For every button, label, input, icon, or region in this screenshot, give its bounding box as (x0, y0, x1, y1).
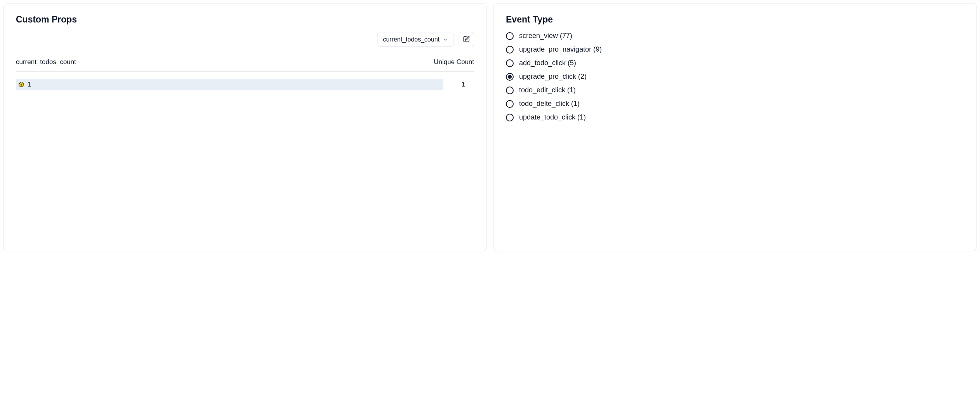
custom-props-title: Custom Props (16, 14, 474, 25)
edit-icon (463, 36, 470, 44)
radio-icon (506, 73, 514, 81)
event-type-panel: Event Type screen_view (77)upgrade_pro_n… (493, 3, 977, 251)
package-icon (18, 81, 24, 88)
event-type-option-label: todo_delte_click (1) (519, 100, 580, 108)
table-header-count: Unique Count (434, 58, 474, 66)
edit-button[interactable] (459, 32, 474, 47)
event-type-title: Event Type (506, 14, 964, 25)
bar-fill: 1 (16, 79, 443, 90)
radio-icon (506, 46, 514, 54)
event-type-option-add_todo_click[interactable]: add_todo_click (5) (506, 59, 964, 67)
event-type-option-todo_edit_click[interactable]: todo_edit_click (1) (506, 86, 964, 94)
event-type-option-upgrade_pro_click[interactable]: upgrade_pro_click (2) (506, 73, 964, 81)
event-type-option-label: upgrade_pro_click (2) (519, 73, 587, 81)
radio-icon (506, 87, 514, 94)
event-type-option-upgrade_pro_navigator[interactable]: upgrade_pro_navigator (9) (506, 45, 964, 54)
prop-select-dropdown[interactable]: current_todos_count (377, 33, 454, 47)
event-type-option-todo_delte_click[interactable]: todo_delte_click (1) (506, 100, 964, 108)
prop-select-value: current_todos_count (383, 36, 440, 43)
event-type-option-label: update_todo_click (1) (519, 113, 586, 121)
event-type-option-label: upgrade_pro_navigator (9) (519, 45, 602, 54)
table-header-prop: current_todos_count (16, 58, 76, 66)
row-label: 1 (28, 81, 31, 88)
custom-props-panel: Custom Props current_todos_count current… (3, 3, 487, 251)
event-type-option-screen_view[interactable]: screen_view (77) (506, 32, 964, 40)
event-type-option-label: screen_view (77) (519, 32, 572, 40)
radio-icon (506, 59, 514, 67)
custom-props-toolbar: current_todos_count (16, 32, 474, 47)
row-count: 1 (452, 81, 474, 88)
event-type-list: screen_view (77)upgrade_pro_navigator (9… (506, 32, 964, 121)
bar-track: 1 (16, 79, 443, 90)
chevron-down-icon (443, 37, 448, 42)
radio-icon (506, 32, 514, 40)
table-header: current_todos_count Unique Count (16, 58, 474, 72)
radio-icon (506, 114, 514, 121)
event-type-option-update_todo_click[interactable]: update_todo_click (1) (506, 113, 964, 121)
radio-icon (506, 100, 514, 108)
event-type-option-label: todo_edit_click (1) (519, 86, 576, 94)
table-row[interactable]: 1 1 (16, 79, 474, 90)
event-type-option-label: add_todo_click (5) (519, 59, 576, 67)
